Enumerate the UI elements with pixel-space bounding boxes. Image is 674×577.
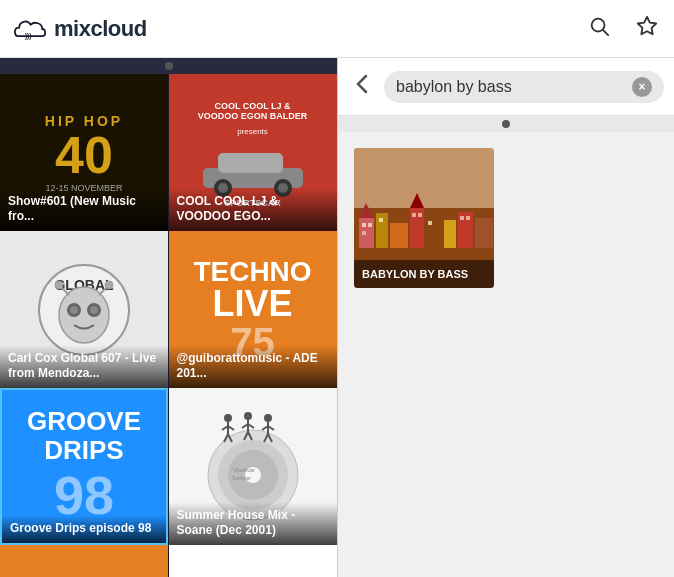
list-item[interactable]: HIP HOP 40 12-15 NOVEMBER Show#601 (New … bbox=[0, 74, 168, 231]
list-item[interactable] bbox=[0, 545, 168, 577]
svg-point-19 bbox=[55, 281, 63, 289]
header-icons bbox=[584, 11, 662, 46]
logo-text: mixcloud bbox=[54, 16, 147, 42]
svg-point-25 bbox=[224, 414, 232, 422]
svg-rect-49 bbox=[390, 223, 408, 248]
card-title: COOL COOL LJ & VOODOO EGO... bbox=[177, 194, 329, 225]
right-scroll-dot bbox=[502, 120, 510, 128]
left-scroll-indicator bbox=[0, 58, 337, 74]
svg-point-16 bbox=[90, 306, 98, 314]
card-title: Carl Cox Global 607 - Live from Mendoza.… bbox=[8, 351, 160, 382]
svg-rect-59 bbox=[412, 213, 416, 217]
svg-rect-60 bbox=[418, 213, 422, 217]
svg-rect-51 bbox=[426, 216, 442, 248]
svg-point-20 bbox=[105, 281, 113, 289]
svg-rect-52 bbox=[444, 220, 456, 248]
header: ))) mixcloud bbox=[0, 0, 674, 58]
list-item[interactable]: BABYLON BY BASS bbox=[354, 148, 494, 288]
result-title: BABYLON BY BASS bbox=[354, 260, 494, 288]
svg-text:))): ))) bbox=[25, 31, 31, 39]
search-header: × bbox=[338, 58, 674, 116]
svg-rect-57 bbox=[362, 231, 366, 235]
logo-icon: ))) bbox=[12, 11, 48, 47]
svg-rect-63 bbox=[466, 216, 470, 220]
card-overlay: COOL COOL LJ & VOODOO EGO... bbox=[169, 188, 337, 231]
svg-point-12 bbox=[59, 287, 109, 343]
card-title: Groove Drips episode 98 bbox=[10, 521, 158, 537]
search-button[interactable] bbox=[584, 11, 614, 46]
card-overlay: Show#601 (New Music fro... bbox=[0, 188, 168, 231]
card-overlay: Groove Drips episode 98 bbox=[2, 515, 166, 543]
svg-rect-47 bbox=[359, 218, 374, 248]
card-title: @guiborattomusic - ADE 201... bbox=[177, 351, 329, 382]
svg-line-2 bbox=[603, 30, 608, 35]
scroll-dot bbox=[165, 62, 173, 70]
svg-rect-61 bbox=[428, 221, 432, 225]
clear-search-button[interactable]: × bbox=[632, 77, 652, 97]
list-item[interactable]: COOL COOL LJ &VOODOO EGON BALDER present… bbox=[169, 74, 337, 231]
card-grid: HIP HOP 40 12-15 NOVEMBER Show#601 (New … bbox=[0, 74, 337, 577]
card-title: Show#601 (New Music fro... bbox=[8, 194, 160, 225]
search-input[interactable] bbox=[396, 78, 624, 96]
card-overlay: @guiborattomusic - ADE 201... bbox=[169, 345, 337, 388]
main-content: HIP HOP 40 12-15 NOVEMBER Show#601 (New … bbox=[0, 58, 674, 577]
svg-rect-54 bbox=[475, 218, 493, 248]
svg-text:Vladívar: Vladívar bbox=[233, 467, 255, 473]
svg-rect-56 bbox=[368, 223, 372, 227]
list-item[interactable]: GLOBAL Carl Cox Gl bbox=[0, 231, 168, 388]
list-item[interactable]: Vladívar Summer Summer House Mix - Soane… bbox=[169, 388, 337, 545]
right-scroll-indicator bbox=[338, 116, 674, 132]
svg-rect-62 bbox=[460, 216, 464, 220]
card-title: Summer House Mix - Soane (Dec 2001) bbox=[177, 508, 329, 539]
list-item bbox=[169, 545, 337, 577]
back-button[interactable] bbox=[348, 68, 376, 105]
svg-text:Summer: Summer bbox=[232, 475, 251, 481]
logo-area: ))) mixcloud bbox=[12, 11, 584, 47]
svg-point-15 bbox=[70, 306, 78, 314]
svg-rect-55 bbox=[362, 223, 366, 227]
list-item[interactable]: TECHNO LIVE 75 @guiborattomusic - ADE 20… bbox=[169, 231, 337, 388]
svg-marker-3 bbox=[638, 17, 656, 34]
card-overlay: Summer House Mix - Soane (Dec 2001) bbox=[169, 502, 337, 545]
search-input-wrapper: × bbox=[384, 71, 664, 103]
svg-rect-5 bbox=[218, 153, 283, 173]
favorite-button[interactable] bbox=[632, 11, 662, 46]
svg-rect-58 bbox=[379, 218, 383, 222]
card-overlay: Carl Cox Global 607 - Live from Mendoza.… bbox=[0, 345, 168, 388]
svg-point-37 bbox=[264, 414, 272, 422]
search-results: BABYLON BY BASS bbox=[338, 132, 674, 577]
left-panel: HIP HOP 40 12-15 NOVEMBER Show#601 (New … bbox=[0, 58, 337, 577]
list-item[interactable]: GROOVEDRIPS 98 Groove Drips episode 98 bbox=[0, 388, 168, 545]
svg-point-31 bbox=[244, 412, 252, 420]
right-panel: × bbox=[338, 58, 674, 577]
